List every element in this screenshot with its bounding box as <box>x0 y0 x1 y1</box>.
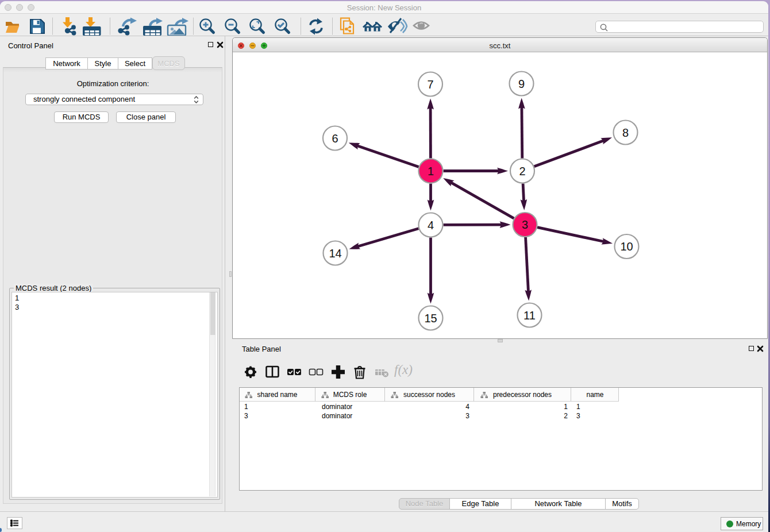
svg-text:7: 7 <box>427 78 433 91</box>
svg-text:10: 10 <box>620 240 633 253</box>
svg-text:14: 14 <box>329 247 341 260</box>
svg-text:2: 2 <box>519 165 525 178</box>
svg-text:6: 6 <box>332 132 338 145</box>
svg-text:4: 4 <box>428 219 434 232</box>
svg-text:15: 15 <box>424 312 437 325</box>
svg-text:11: 11 <box>523 309 536 322</box>
svg-text:3: 3 <box>522 218 528 231</box>
svg-text:8: 8 <box>622 126 629 139</box>
svg-text:1: 1 <box>428 165 434 178</box>
svg-text:9: 9 <box>518 78 525 90</box>
